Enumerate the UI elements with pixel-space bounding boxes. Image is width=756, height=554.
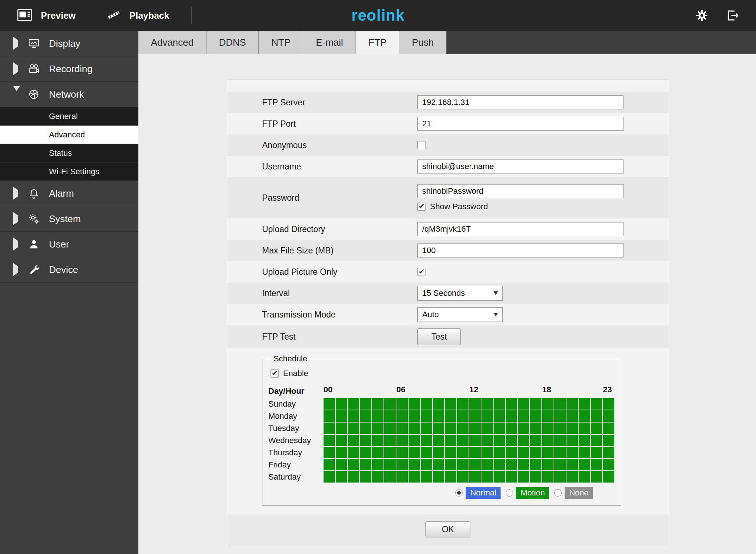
schedule-cell[interactable] (445, 398, 456, 410)
ftp-port-input[interactable] (417, 117, 623, 131)
schedule-cell[interactable] (530, 422, 541, 434)
schedule-cell[interactable] (530, 410, 541, 422)
sidebar-item-display[interactable]: Display (0, 31, 138, 56)
schedule-cell[interactable] (603, 398, 614, 410)
schedule-cell[interactable] (324, 435, 335, 446)
schedule-cell[interactable] (554, 471, 566, 483)
schedule-cell[interactable] (445, 471, 456, 483)
interval-select[interactable]: 15 Seconds (417, 286, 503, 301)
mode-option-normal[interactable]: Normal (455, 487, 501, 499)
schedule-cell[interactable] (518, 447, 529, 458)
schedule-cell[interactable] (506, 410, 517, 422)
schedule-cell[interactable] (433, 422, 444, 434)
schedule-cell[interactable] (542, 435, 554, 446)
schedule-cell[interactable] (445, 410, 456, 422)
schedule-cell[interactable] (409, 435, 420, 446)
schedule-cell[interactable] (591, 410, 602, 422)
schedule-cell[interactable] (579, 435, 590, 446)
schedule-cell[interactable] (518, 435, 529, 446)
schedule-cell[interactable] (518, 471, 529, 483)
sidebar-subitem-wifi-settings[interactable]: Wi-Fi Settings (0, 162, 138, 181)
schedule-cell[interactable] (348, 435, 359, 446)
schedule-cell[interactable] (372, 447, 384, 458)
schedule-cell[interactable] (409, 459, 420, 470)
schedule-cell[interactable] (396, 435, 408, 446)
schedule-cell[interactable] (554, 435, 566, 446)
schedule-cell[interactable] (506, 422, 517, 434)
schedule-cell[interactable] (336, 459, 347, 470)
schedule-cell[interactable] (481, 435, 493, 446)
schedule-cell[interactable] (469, 410, 481, 422)
schedule-cell[interactable] (348, 398, 359, 410)
schedule-cell[interactable] (396, 471, 408, 483)
sidebar-item-network[interactable]: Network (0, 82, 138, 107)
schedule-cell[interactable] (324, 410, 335, 422)
schedule-cell[interactable] (566, 435, 578, 446)
schedule-cell[interactable] (433, 447, 444, 458)
schedule-cell[interactable] (384, 459, 396, 470)
tab-ftp[interactable]: FTP (356, 31, 399, 54)
schedule-cell[interactable] (494, 459, 505, 470)
schedule-cell[interactable] (554, 422, 566, 434)
schedule-cell[interactable] (494, 398, 505, 410)
schedule-cell[interactable] (530, 459, 541, 470)
schedule-cell[interactable] (433, 410, 444, 422)
tab-ntp[interactable]: NTP (259, 31, 303, 54)
schedule-cell[interactable] (445, 435, 456, 446)
schedule-cell[interactable] (421, 398, 432, 410)
schedule-cell[interactable] (506, 459, 517, 470)
schedule-cell[interactable] (554, 459, 566, 470)
schedule-cell[interactable] (530, 471, 541, 483)
mode-radio[interactable] (506, 489, 513, 497)
schedule-cell[interactable] (457, 447, 469, 458)
schedule-cell[interactable] (336, 422, 347, 434)
sidebar-subitem-general[interactable]: General (0, 107, 138, 126)
schedule-cell[interactable] (566, 459, 578, 470)
schedule-cell[interactable] (372, 435, 384, 446)
upload-picture-only-checkbox[interactable] (417, 268, 425, 276)
schedule-cell[interactable] (409, 471, 420, 483)
schedule-cell[interactable] (348, 410, 359, 422)
schedule-cell[interactable] (494, 410, 505, 422)
schedule-cell[interactable] (457, 435, 469, 446)
schedule-cell[interactable] (433, 471, 444, 483)
show-password-checkbox[interactable] (417, 203, 425, 211)
schedule-cell[interactable] (591, 471, 602, 483)
schedule-cell[interactable] (542, 471, 554, 483)
schedule-cell[interactable] (542, 410, 554, 422)
schedule-cell[interactable] (457, 398, 469, 410)
sidebar-item-system[interactable]: System (0, 206, 138, 232)
schedule-cell[interactable] (360, 398, 371, 410)
tab-email[interactable]: E-mail (303, 31, 356, 54)
schedule-cell[interactable] (324, 422, 335, 434)
schedule-cell[interactable] (579, 398, 590, 410)
schedule-cell[interactable] (566, 398, 578, 410)
schedule-cell[interactable] (433, 398, 444, 410)
schedule-cell[interactable] (494, 435, 505, 446)
schedule-cell[interactable] (421, 471, 432, 483)
schedule-cell[interactable] (396, 447, 408, 458)
schedule-cell[interactable] (542, 447, 554, 458)
schedule-cell[interactable] (324, 447, 335, 458)
schedule-cell[interactable] (372, 398, 384, 410)
schedule-cell[interactable] (360, 435, 371, 446)
schedule-cell[interactable] (360, 447, 371, 458)
schedule-cell[interactable] (469, 422, 481, 434)
schedule-cell[interactable] (348, 422, 359, 434)
tab-push[interactable]: Push (399, 31, 446, 54)
schedule-cell[interactable] (591, 447, 602, 458)
schedule-cell[interactable] (554, 410, 566, 422)
schedule-cell[interactable] (518, 422, 529, 434)
schedule-cell[interactable] (421, 435, 432, 446)
schedule-cell[interactable] (579, 447, 590, 458)
schedule-cell[interactable] (360, 422, 371, 434)
schedule-cell[interactable] (481, 410, 493, 422)
schedule-cell[interactable] (360, 459, 371, 470)
schedule-cell[interactable] (445, 447, 456, 458)
schedule-cell[interactable] (506, 398, 517, 410)
schedule-cell[interactable] (566, 422, 578, 434)
schedule-cell[interactable] (542, 422, 554, 434)
schedule-cell[interactable] (530, 447, 541, 458)
sidebar-subitem-advanced[interactable]: Advanced (0, 126, 138, 144)
schedule-cell[interactable] (579, 422, 590, 434)
